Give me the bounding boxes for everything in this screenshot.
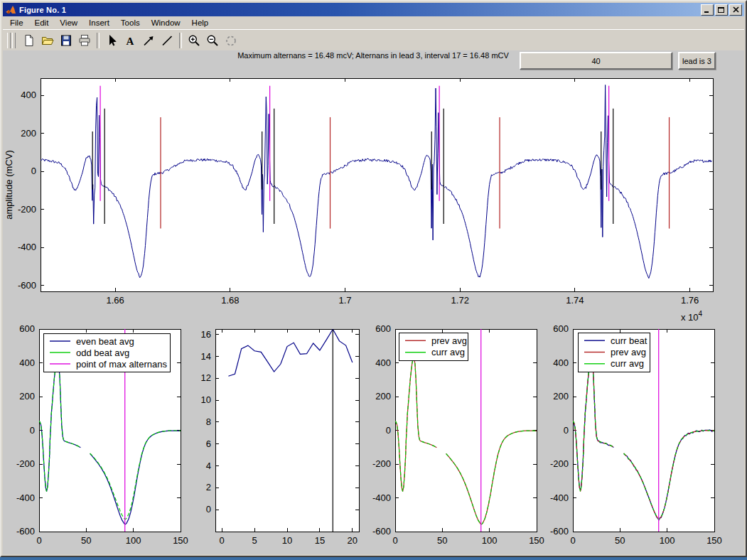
new-figure-button[interactable] <box>21 32 38 49</box>
pointer-icon <box>104 33 119 48</box>
zoom-in-button[interactable] <box>186 32 203 49</box>
pointer-button[interactable] <box>103 32 120 49</box>
print-figure-button[interactable] <box>76 32 93 49</box>
figure-window: Figure No. 1 FileEditViewInsertToolsWind… <box>0 0 747 557</box>
window-controls <box>701 4 744 16</box>
menu-item-view[interactable]: View <box>54 17 83 28</box>
add-text-icon: A <box>123 33 137 48</box>
desktop: { "window": { "title": "Figure No. 1" },… <box>0 0 747 560</box>
interval-value-button[interactable]: 40 <box>520 52 672 70</box>
lead-select-button[interactable]: lead is 3 <box>678 52 716 70</box>
zoom-out-icon <box>205 33 220 48</box>
zoom-in-icon <box>187 33 201 48</box>
matlab-icon <box>5 4 16 16</box>
svg-text:A: A <box>127 35 134 46</box>
close-button[interactable] <box>729 4 742 16</box>
add-line-icon <box>160 33 174 48</box>
menu-bar: FileEditViewInsertToolsWindowHelp <box>3 16 744 29</box>
menu-item-edit[interactable]: Edit <box>29 17 55 28</box>
rotate-3d-icon <box>224 33 238 48</box>
toolbar-separator <box>97 33 100 48</box>
save-figure-icon <box>59 33 73 48</box>
menu-item-help[interactable]: Help <box>186 17 215 28</box>
title-bar[interactable]: Figure No. 1 <box>3 3 744 16</box>
maximize-button[interactable] <box>715 4 728 16</box>
rotate-3d-button[interactable] <box>222 32 240 49</box>
menu-item-window[interactable]: Window <box>146 17 186 28</box>
add-line-button[interactable] <box>158 32 176 49</box>
print-figure-icon <box>77 33 92 48</box>
add-text-button[interactable]: A <box>122 32 139 49</box>
minimize-icon <box>704 6 711 13</box>
toolbar-grip[interactable] <box>7 33 11 48</box>
add-arrow-icon <box>141 33 156 48</box>
toolbar-separator <box>179 33 182 48</box>
menu-item-insert[interactable]: Insert <box>83 17 115 28</box>
maximize-icon <box>718 6 725 13</box>
toolbar: A <box>3 29 744 51</box>
open-file-icon <box>41 33 55 48</box>
close-icon <box>733 6 739 13</box>
figure-canvas <box>3 50 744 554</box>
window-title: Figure No. 1 <box>19 6 66 14</box>
minimize-button[interactable] <box>701 4 714 16</box>
menu-item-tools[interactable]: Tools <box>115 17 146 28</box>
alternans-status-text: Maximum alternans = 16.48 mcV; Alternans… <box>213 51 533 61</box>
add-arrow-button[interactable] <box>140 32 157 49</box>
new-figure-icon <box>22 33 36 48</box>
toolbar-grip[interactable] <box>12 33 16 48</box>
open-file-button[interactable] <box>39 32 56 49</box>
save-figure-button[interactable] <box>58 32 75 49</box>
menu-item-file[interactable]: File <box>4 17 29 28</box>
zoom-out-button[interactable] <box>204 32 221 49</box>
